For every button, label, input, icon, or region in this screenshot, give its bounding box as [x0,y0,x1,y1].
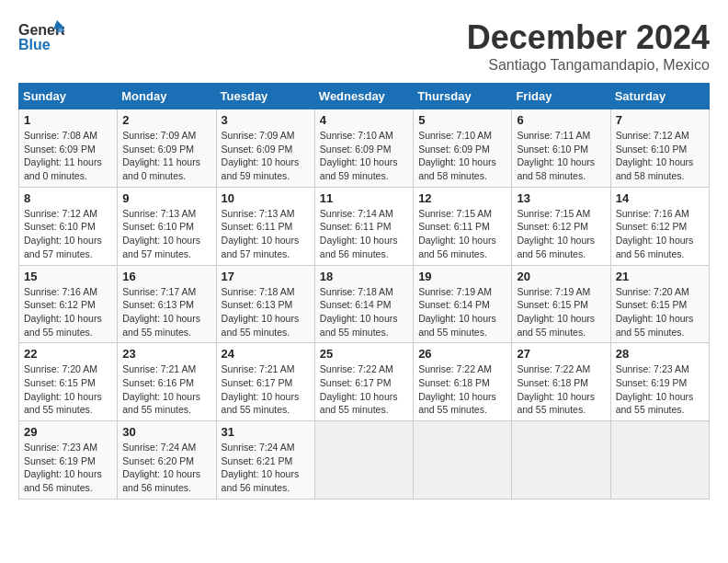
day-detail: Sunrise: 7:08 AMSunset: 6:09 PMDaylight:… [24,129,112,183]
day-detail: Sunrise: 7:19 AMSunset: 6:14 PMDaylight:… [418,285,506,339]
calendar-cell: 27Sunrise: 7:22 AMSunset: 6:18 PMDayligh… [512,343,610,421]
day-number: 16 [122,270,210,283]
calendar-week-2: 8Sunrise: 7:12 AMSunset: 6:10 PMDaylight… [19,187,710,265]
calendar-cell: 31Sunrise: 7:24 AMSunset: 6:21 PMDayligh… [216,421,314,500]
day-number: 22 [24,347,112,361]
calendar-cell: 6Sunrise: 7:11 AMSunset: 6:10 PMDaylight… [512,109,610,188]
day-detail: Sunrise: 7:21 AMSunset: 6:16 PMDaylight:… [122,362,210,417]
day-number: 27 [517,347,605,361]
day-number: 1 [24,113,112,127]
calendar-cell: 25Sunrise: 7:22 AMSunset: 6:17 PMDayligh… [314,343,413,421]
day-detail: Sunrise: 7:24 AMSunset: 6:20 PMDaylight:… [122,441,210,495]
day-detail: Sunrise: 7:09 AMSunset: 6:09 PMDaylight:… [122,129,210,183]
calendar-cell: 17Sunrise: 7:18 AMSunset: 6:13 PMDayligh… [216,265,314,343]
weekday-header-sunday: Sunday [19,84,118,109]
day-detail: Sunrise: 7:10 AMSunset: 6:09 PMDaylight:… [320,129,408,183]
calendar-week-1: 1Sunrise: 7:08 AMSunset: 6:09 PMDaylight… [19,109,710,188]
day-number: 11 [320,191,408,205]
calendar-cell: 29Sunrise: 7:23 AMSunset: 6:19 PMDayligh… [19,421,118,500]
svg-text:Blue: Blue [18,37,51,52]
day-number: 2 [122,113,210,127]
calendar-header: SundayMondayTuesdayWednesdayThursdayFrid… [19,84,710,109]
logo: General Blue [18,18,64,55]
calendar-cell: 2Sunrise: 7:09 AMSunset: 6:09 PMDaylight… [118,109,216,188]
day-number: 20 [517,270,605,283]
calendar-cell: 7Sunrise: 7:12 AMSunset: 6:10 PMDaylight… [610,109,709,188]
day-detail: Sunrise: 7:17 AMSunset: 6:13 PMDaylight:… [122,285,210,339]
day-number: 15 [24,270,112,283]
day-number: 13 [517,191,605,205]
calendar-week-5: 29Sunrise: 7:23 AMSunset: 6:19 PMDayligh… [19,421,710,500]
day-number: 30 [122,425,210,439]
calendar-cell: 11Sunrise: 7:14 AMSunset: 6:11 PMDayligh… [314,187,413,265]
calendar-cell: 24Sunrise: 7:21 AMSunset: 6:17 PMDayligh… [216,343,314,421]
calendar-cell: 3Sunrise: 7:09 AMSunset: 6:09 PMDaylight… [216,109,314,188]
day-detail: Sunrise: 7:22 AMSunset: 6:18 PMDaylight:… [517,362,605,417]
day-number: 5 [418,113,506,127]
day-detail: Sunrise: 7:21 AMSunset: 6:17 PMDaylight:… [222,362,310,417]
day-number: 26 [418,347,506,361]
calendar-cell: 9Sunrise: 7:13 AMSunset: 6:10 PMDaylight… [118,187,216,265]
calendar-cell: 18Sunrise: 7:18 AMSunset: 6:14 PMDayligh… [314,265,413,343]
calendar-cell: 4Sunrise: 7:10 AMSunset: 6:09 PMDaylight… [314,109,413,188]
calendar-cell [512,421,610,500]
day-detail: Sunrise: 7:12 AMSunset: 6:10 PMDaylight:… [24,207,112,261]
day-number: 3 [222,113,310,127]
calendar-week-4: 22Sunrise: 7:20 AMSunset: 6:15 PMDayligh… [19,343,710,421]
calendar-cell: 5Sunrise: 7:10 AMSunset: 6:09 PMDaylight… [414,109,512,188]
day-detail: Sunrise: 7:23 AMSunset: 6:19 PMDaylight:… [24,441,112,495]
location-subtitle: Santiago Tangamandapio, Mexico [467,57,710,74]
day-detail: Sunrise: 7:09 AMSunset: 6:09 PMDaylight:… [222,129,310,183]
title-area: December 2024 Santiago Tangamandapio, Me… [467,18,710,74]
calendar-cell: 19Sunrise: 7:19 AMSunset: 6:14 PMDayligh… [414,265,512,343]
calendar-cell: 1Sunrise: 7:08 AMSunset: 6:09 PMDaylight… [19,109,118,188]
day-detail: Sunrise: 7:16 AMSunset: 6:12 PMDaylight:… [24,285,112,339]
day-detail: Sunrise: 7:22 AMSunset: 6:18 PMDaylight:… [418,362,506,417]
day-number: 24 [222,347,310,361]
day-number: 31 [222,425,310,439]
logo-bird-icon: General Blue [18,18,64,55]
day-number: 19 [418,270,506,283]
day-detail: Sunrise: 7:19 AMSunset: 6:15 PMDaylight:… [517,285,605,339]
calendar-cell: 28Sunrise: 7:23 AMSunset: 6:19 PMDayligh… [610,343,709,421]
weekday-header-saturday: Saturday [610,84,709,109]
day-detail: Sunrise: 7:18 AMSunset: 6:14 PMDaylight:… [320,285,408,339]
day-detail: Sunrise: 7:22 AMSunset: 6:17 PMDaylight:… [320,362,408,417]
calendar-cell: 23Sunrise: 7:21 AMSunset: 6:16 PMDayligh… [118,343,216,421]
day-number: 17 [222,270,310,283]
calendar-cell: 10Sunrise: 7:13 AMSunset: 6:11 PMDayligh… [216,187,314,265]
day-number: 29 [24,425,112,439]
day-number: 21 [616,270,704,283]
calendar-cell: 13Sunrise: 7:15 AMSunset: 6:12 PMDayligh… [512,187,610,265]
calendar-cell: 8Sunrise: 7:12 AMSunset: 6:10 PMDaylight… [19,187,118,265]
day-detail: Sunrise: 7:15 AMSunset: 6:12 PMDaylight:… [517,207,605,261]
calendar-cell: 26Sunrise: 7:22 AMSunset: 6:18 PMDayligh… [414,343,512,421]
day-detail: Sunrise: 7:23 AMSunset: 6:19 PMDaylight:… [616,362,704,417]
day-number: 4 [320,113,408,127]
day-number: 9 [122,191,210,205]
day-number: 25 [320,347,408,361]
day-detail: Sunrise: 7:10 AMSunset: 6:09 PMDaylight:… [418,129,506,183]
day-detail: Sunrise: 7:13 AMSunset: 6:10 PMDaylight:… [122,207,210,261]
calendar-cell: 20Sunrise: 7:19 AMSunset: 6:15 PMDayligh… [512,265,610,343]
calendar-cell: 21Sunrise: 7:20 AMSunset: 6:15 PMDayligh… [610,265,709,343]
calendar-week-3: 15Sunrise: 7:16 AMSunset: 6:12 PMDayligh… [19,265,710,343]
calendar-cell [414,421,512,500]
calendar-cell: 22Sunrise: 7:20 AMSunset: 6:15 PMDayligh… [19,343,118,421]
calendar-cell: 16Sunrise: 7:17 AMSunset: 6:13 PMDayligh… [118,265,216,343]
calendar-cell: 12Sunrise: 7:15 AMSunset: 6:11 PMDayligh… [414,187,512,265]
day-number: 7 [616,113,704,127]
day-number: 18 [320,270,408,283]
day-detail: Sunrise: 7:24 AMSunset: 6:21 PMDaylight:… [222,441,310,495]
day-detail: Sunrise: 7:12 AMSunset: 6:10 PMDaylight:… [616,129,704,183]
calendar-cell [610,421,709,500]
calendar-cell: 15Sunrise: 7:16 AMSunset: 6:12 PMDayligh… [19,265,118,343]
calendar-cell: 30Sunrise: 7:24 AMSunset: 6:20 PMDayligh… [118,421,216,500]
day-detail: Sunrise: 7:20 AMSunset: 6:15 PMDaylight:… [24,362,112,417]
day-detail: Sunrise: 7:14 AMSunset: 6:11 PMDaylight:… [320,207,408,261]
calendar-table: SundayMondayTuesdayWednesdayThursdayFrid… [18,83,710,500]
day-number: 12 [418,191,506,205]
month-title: December 2024 [467,18,710,57]
weekday-header-monday: Monday [118,84,216,109]
day-number: 28 [616,347,704,361]
